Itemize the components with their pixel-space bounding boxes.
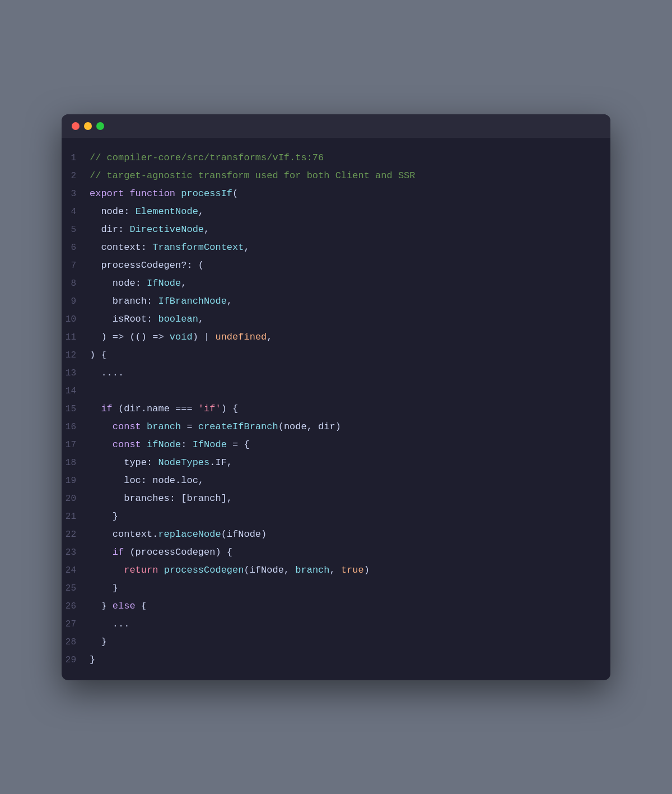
code-line: 8 node: IfNode, [62,275,610,292]
line-number: 11 [62,329,90,346]
line-number: 13 [62,365,90,382]
token-plain: node [90,206,124,217]
token-plain: (ifNode, [244,565,295,575]
line-number: 12 [62,347,90,364]
line-number: 2 [62,168,90,184]
token-plain: , [227,296,232,307]
line-content: loc: node.loc, [90,472,610,489]
token-keyword: export [90,188,124,199]
token-plain: : [branch], [170,493,232,504]
token-function: processIf [181,188,232,199]
line-number: 16 [62,419,90,435]
token-plain: } [90,654,95,665]
code-line: 22 context.replaceNode(ifNode) [62,526,610,544]
token-plain: } [90,637,107,647]
code-line: 3export function processIf( [62,185,610,203]
token-plain: (ifNode) [221,529,267,540]
token-plain: , [267,332,272,342]
line-number: 17 [62,437,90,453]
token-plain: ) { [90,350,107,360]
token-type: NodeTypes [158,457,209,468]
token-comment: // target-agnostic transform used for bo… [90,170,416,181]
token-plain: = [181,421,198,432]
token-plain: , [198,206,204,217]
token-plain: .... [90,368,124,378]
code-line: 15 if (dir.name === 'if') { [62,400,610,418]
code-line: 1// compiler-core/src/transforms/vIf.ts:… [62,149,610,167]
close-button[interactable] [72,122,80,130]
token-plain: , [204,224,209,235]
token-plain: , [198,314,204,324]
line-content: if (dir.name === 'if') { [90,401,610,417]
token-plain: loc [90,475,141,486]
line-content: return processCodegen(ifNode, branch, tr… [90,562,610,579]
line-content: // compiler-core/src/transforms/vIf.ts:7… [90,150,610,166]
line-number: 20 [62,490,90,507]
line-content: } [90,580,610,597]
token-plain: (dir.name === [113,403,198,414]
token-type: TransformContext [152,242,244,253]
line-content: context.replaceNode(ifNode) [90,526,610,543]
token-plain: , [244,242,249,253]
token-type: boolean [158,314,198,324]
line-content: if (processCodegen) { [90,544,610,561]
token-plain: (processCodegen) { [124,547,232,558]
line-number: 18 [62,454,90,471]
token-plain: branches [90,493,170,504]
token-type: ElementNode [136,206,198,217]
code-line: 2// target-agnostic transform used for b… [62,167,610,185]
line-content: // target-agnostic transform used for bo… [90,168,610,184]
maximize-button[interactable] [96,122,104,130]
token-function: createIfBranch [198,421,278,432]
code-line: 17 const ifNode: IfNode = { [62,436,610,454]
line-number: 8 [62,275,90,292]
token-const: const [90,439,141,450]
code-line: 9 branch: IfBranchNode, [62,292,610,310]
token-plain: , [330,565,341,575]
token-function: processCodegen [164,565,244,575]
token-paren: ( [232,188,238,199]
token-plain: context. [90,529,158,540]
line-number: 21 [62,508,90,525]
line-content: .... [90,365,610,382]
token-plain: => [147,332,170,342]
token-plain: : [147,296,158,307]
minimize-button[interactable] [84,122,92,130]
token-plain: : [136,278,147,289]
token-plain: : [147,314,158,324]
token-plain: processCodegen? [90,260,186,271]
code-line: 28 } [62,633,610,651]
token-return: return [90,565,158,575]
code-line: 20 branches: [branch], [62,490,610,508]
line-content: } [90,652,610,668]
token-plain: ... [90,619,129,629]
token-plain: , [181,278,186,289]
token-else: else [113,601,136,611]
line-content: type: NodeTypes.IF, [90,454,610,471]
line-number: 7 [62,257,90,274]
code-line: 11 ) => (() => void) | undefined, [62,328,610,346]
line-content: node: IfNode, [90,275,610,292]
token-plain: context [90,242,141,253]
token-type: IfNode [193,439,227,450]
line-content: context: TransformContext, [90,239,610,256]
code-line: 7 processCodegen?: ( [62,257,610,275]
token-plain: .IF, [209,457,232,468]
token-plain: node [90,278,136,289]
line-content: } [90,634,610,651]
token-plain: ) [364,565,370,575]
line-content: isRoot: boolean, [90,311,610,328]
token-if: if [90,403,113,414]
token-plain: branch [90,296,147,307]
code-line: 26 } else { [62,597,610,615]
token-plain [158,565,164,575]
token-plain: { [136,601,147,611]
token-plain [141,421,147,432]
code-line: 4 node: ElementNode, [62,203,610,221]
line-content: const branch = createIfBranch(node, dir) [90,419,610,435]
code-editor[interactable]: 1// compiler-core/src/transforms/vIf.ts:… [62,138,610,680]
token-comment: // compiler-core/src/transforms/vIf.ts:7… [90,152,324,163]
line-content: processCodegen?: ( [90,257,610,274]
token-plain: : [181,439,192,450]
token-plain: ) { [221,403,239,414]
